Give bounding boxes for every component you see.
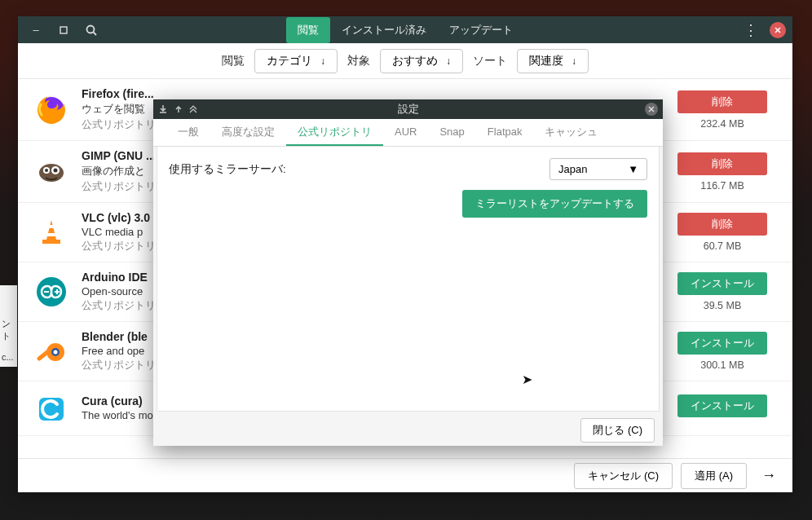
dialog-tabs: 一般 高度な設定 公式リポジトリ AUR Snap Flatpak キャッシュ — [153, 119, 663, 147]
app-size: 300.1 MB — [665, 359, 779, 371]
chevron-down-icon: ↓ — [446, 55, 451, 67]
filter-sort-dropdown[interactable]: 関連度↓ — [517, 49, 589, 73]
menu-button[interactable]: ⋮ — [740, 21, 761, 39]
filter-target-dropdown[interactable]: おすすめ↓ — [380, 49, 463, 73]
settings-dialog: 設定 一般 高度な設定 公式リポジトリ AUR Snap Flatpak キャッ… — [153, 99, 663, 446]
edge-text: ント c... — [2, 318, 15, 362]
firefox-icon — [33, 91, 70, 129]
header-tabs: 閲覧 インストール済み アップデート — [286, 17, 524, 43]
filter-browse-label: 閲覧 — [222, 54, 245, 68]
dialog-body: 使用するミラーサーバ: Japan ▼ ミラーリストをアップデートする — [157, 147, 660, 412]
cura-icon — [33, 390, 70, 427]
filter-sort-value: 関連度 — [529, 54, 563, 68]
app-action: 削除60.7 MB — [665, 213, 779, 252]
next-button[interactable]: → — [755, 467, 783, 484]
minimize-button[interactable]: – — [24, 20, 47, 41]
app-size: 39.5 MB — [665, 300, 779, 311]
install-button[interactable]: インストール — [677, 394, 767, 417]
dialog-tab-snap[interactable]: Snap — [428, 119, 475, 146]
mirror-value: Japan — [558, 163, 587, 175]
filter-target-value: おすすめ — [392, 54, 438, 68]
svg-point-1 — [87, 25, 95, 33]
svg-rect-13 — [42, 240, 60, 244]
install-button[interactable]: インストール — [677, 272, 767, 295]
tab-installed[interactable]: インストール済み — [330, 17, 438, 43]
dialog-footer: 閉じる (C) — [153, 415, 663, 446]
dialog-titlebar: 設定 — [153, 99, 663, 119]
remove-button[interactable]: 削除 — [677, 90, 767, 113]
dialog-tab-aur[interactable]: AUR — [383, 119, 428, 146]
svg-rect-11 — [47, 225, 55, 228]
apply-button[interactable]: 適用 (A) — [681, 463, 747, 489]
chevron-down-icon: ↓ — [320, 55, 325, 67]
dialog-close-button[interactable]: 閉じる (C) — [580, 418, 655, 443]
app-size: 60.7 MB — [665, 240, 779, 252]
svg-rect-12 — [46, 233, 57, 236]
install-button[interactable]: インストール — [677, 332, 767, 355]
remove-button[interactable]: 削除 — [677, 213, 767, 236]
filter-category-value: カテゴリ — [267, 54, 312, 68]
app-size: 116.7 MB — [665, 180, 779, 192]
update-mirror-button[interactable]: ミラーリストをアップデートする — [462, 190, 647, 218]
app-action: インストール39.5 MB — [665, 272, 779, 311]
app-size: 232.4 MB — [665, 118, 779, 130]
chevron-down-icon: ▼ — [628, 163, 638, 175]
mirror-label: 使用するミラーサーバ: — [169, 162, 286, 177]
dialog-tab-official[interactable]: 公式リポジトリ — [286, 119, 383, 146]
tab-browse[interactable]: 閲覧 — [286, 17, 330, 43]
app-action: インストール300.1 MB — [665, 332, 779, 371]
arduino-icon — [33, 273, 70, 311]
maximize-button[interactable] — [52, 20, 75, 41]
main-titlebar: – 閲覧 インストール済み アップデート ⋮ — [18, 16, 792, 43]
app-action: 削除232.4 MB — [665, 90, 779, 130]
filter-category-dropdown[interactable]: カテゴリ↓ — [254, 49, 338, 73]
svg-point-10 — [54, 168, 58, 172]
mirror-row: 使用するミラーサーバ: Japan ▼ — [169, 158, 647, 180]
svg-rect-0 — [60, 27, 67, 33]
download-icon — [158, 104, 168, 114]
dialog-title: 設定 — [398, 102, 419, 117]
update-row: ミラーリストをアップデートする — [169, 190, 647, 218]
filter-target-label: 対象 — [347, 54, 370, 68]
remove-button[interactable]: 削除 — [677, 152, 767, 175]
gimp-icon — [33, 153, 70, 191]
svg-point-8 — [45, 169, 48, 172]
app-action: インストール — [665, 394, 779, 422]
search-button[interactable] — [80, 20, 103, 41]
dialog-titlebar-icons — [158, 104, 197, 114]
app-name: Firefox (fire... — [82, 87, 654, 100]
main-footer: キャンセル (C) 適用 (A) → — [18, 458, 792, 492]
mirror-select[interactable]: Japan ▼ — [549, 158, 647, 180]
vlc-icon — [33, 214, 70, 251]
blender-icon — [33, 333, 70, 370]
background-window-edge: ント c... — [0, 285, 17, 367]
up-icon — [174, 105, 183, 113]
cancel-button[interactable]: キャンセル (C) — [574, 463, 673, 489]
restore-icon — [189, 105, 197, 113]
dialog-tab-flatpak[interactable]: Flatpak — [476, 119, 534, 146]
titlebar-left-controls: – — [24, 20, 103, 41]
close-button[interactable] — [770, 22, 786, 38]
dialog-close-icon[interactable] — [645, 103, 658, 116]
dialog-tab-general[interactable]: 一般 — [166, 119, 210, 146]
filter-bar: 閲覧 カテゴリ↓ 対象 おすすめ↓ ソート 関連度↓ — [18, 43, 792, 79]
titlebar-right-controls: ⋮ — [740, 21, 786, 39]
tab-updates[interactable]: アップデート — [438, 17, 524, 43]
chevron-down-icon: ↓ — [571, 55, 576, 67]
dialog-tab-advanced[interactable]: 高度な設定 — [210, 119, 286, 146]
app-action: 削除116.7 MB — [665, 152, 779, 192]
svg-point-20 — [54, 350, 58, 355]
svg-line-2 — [93, 32, 96, 35]
filter-sort-label: ソート — [473, 54, 507, 68]
dialog-tab-cache[interactable]: キャッシュ — [533, 119, 609, 146]
